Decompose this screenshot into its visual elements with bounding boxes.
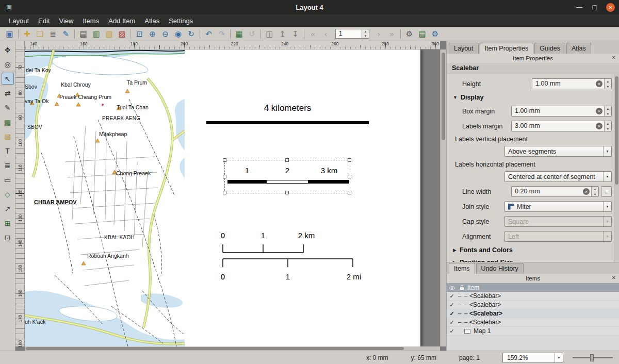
fonts-and-colors-section-header[interactable]: ▶Fonts and Colors <box>447 244 619 256</box>
scrollbar-thumb[interactable] <box>26 347 404 350</box>
selection-handle[interactable] <box>223 175 226 178</box>
visibility-checkbox[interactable]: ✓ <box>447 293 457 300</box>
new-layout-button[interactable]: ✚ <box>21 28 34 40</box>
duplicate-layout-button[interactable]: ❏ <box>34 28 46 40</box>
tab-atlas[interactable]: Atlas <box>566 43 591 54</box>
zoom-in-button[interactable]: ⊕ <box>146 28 159 40</box>
zoom-combobox[interactable]: 159.2% ▾ <box>502 353 563 363</box>
page-number-spinbox[interactable]: 1▴▾ <box>335 29 369 39</box>
selection-handle[interactable] <box>348 175 351 178</box>
scalebar-item-mi[interactable]: 012 mi <box>221 258 360 288</box>
lock-cell[interactable]: ‒ <box>457 301 462 308</box>
menu-item-settings[interactable]: Settings <box>164 15 198 26</box>
add-picture-tool-button[interactable]: ▧ <box>2 130 14 142</box>
labels-margin-spin-arrows[interactable]: ▴▾ <box>604 121 611 131</box>
menu-item-edit[interactable]: Edit <box>34 15 54 26</box>
height-clear-icon[interactable]: × <box>596 80 602 87</box>
labels-margin-clear-icon[interactable]: × <box>596 123 602 129</box>
visibility-checkbox[interactable]: ✓ <box>447 310 457 317</box>
layout-viewport[interactable]: dei Ta KoySbovKbal ChrouyTa PrumPreaek C… <box>25 49 440 346</box>
tab-item-properties[interactable]: Item Properties <box>480 43 534 54</box>
zoom-actual-button[interactable]: ◉ <box>172 28 185 40</box>
menu-item-layout[interactable]: Layout <box>4 15 34 26</box>
menu-item-add-item[interactable]: Add Item <box>104 15 140 26</box>
close-button[interactable]: ✕ <box>606 3 615 12</box>
spin-down-icon[interactable]: ▾ <box>362 34 369 39</box>
box-margin-spin-up-icon[interactable]: ▴ <box>605 106 611 111</box>
labels-vertical-placement-combo-dropdown[interactable]: Above segments▾ <box>504 146 612 157</box>
add-html-tool-button[interactable]: ⊡ <box>2 231 14 243</box>
height-spin-arrows[interactable]: ▴▾ <box>604 79 611 89</box>
position-and-size-section-header[interactable]: ▶Position and Size <box>447 256 619 262</box>
tab-items[interactable]: Items <box>449 263 475 274</box>
cap-style-dropdown[interactable]: Square▾ <box>504 216 612 227</box>
line-width-spinbox[interactable]: 0.20 mm×▴▾ <box>511 186 599 197</box>
lock-cell[interactable]: ‒ <box>457 310 462 317</box>
items-close-icon[interactable]: ✕ <box>612 275 616 280</box>
box-margin-spinbox[interactable]: 1.00 mm×▴▾ <box>511 106 612 117</box>
labels-margin-spin-up-icon[interactable]: ▴ <box>605 121 611 126</box>
zoom-slider[interactable] <box>573 353 613 363</box>
item-row[interactable]: ✓‒‒<Scalebar> <box>447 301 619 309</box>
add-map-tool-button[interactable]: ▦ <box>2 116 14 128</box>
add-label-tool-button[interactable]: T <box>2 145 14 157</box>
canvas-vertical-scrollbar[interactable] <box>440 49 446 346</box>
lower-items-button[interactable]: ↧ <box>289 28 302 40</box>
item-row[interactable]: ✓Map 1 <box>447 327 619 336</box>
canvas-horizontal-scrollbar[interactable] <box>25 346 440 351</box>
layout-manager-button[interactable]: ≣ <box>46 28 59 40</box>
export-image-button[interactable]: ▥ <box>90 28 103 40</box>
add-scalebar-tool-button[interactable]: ▭ <box>2 174 14 186</box>
selection-handle[interactable] <box>223 191 226 194</box>
edit-nodes-tool-button[interactable]: ✎ <box>2 102 14 113</box>
save-project-button[interactable]: ▣ <box>3 28 16 40</box>
maximize-button[interactable]: ▢ <box>591 4 599 11</box>
box-margin-spin-arrows[interactable]: ▴▾ <box>604 106 611 116</box>
zoom-full-button[interactable]: ⊡ <box>133 28 146 40</box>
item-row[interactable]: ✓‒‒<Scalebar> <box>447 309 619 318</box>
atlas-last-button[interactable]: » <box>385 28 398 40</box>
select-move-item-tool-button[interactable]: ↖ <box>2 73 14 85</box>
rename-layout-button[interactable]: ✎ <box>59 28 72 40</box>
line-width-spin-arrows[interactable]: ▴▾ <box>591 187 598 196</box>
join-style-dropdown[interactable]: Miter▾ <box>504 201 612 212</box>
group-items-button[interactable]: ◫ <box>263 28 276 40</box>
undo-button[interactable]: ↶ <box>202 28 215 40</box>
atlas-first-button[interactable]: « <box>306 28 319 40</box>
tab-layout[interactable]: Layout <box>449 43 479 54</box>
zoom-slider-handle[interactable] <box>590 354 594 361</box>
tab-guides[interactable]: Guides <box>534 43 565 54</box>
lock-cell[interactable]: ‒ <box>457 292 462 300</box>
spinbox-arrows[interactable]: ▴▾ <box>362 29 369 38</box>
menu-item-items[interactable]: Items <box>78 15 104 26</box>
zoom-out-button[interactable]: ⊖ <box>159 28 172 40</box>
scalebar-item-selected[interactable]: 123 km <box>224 160 350 193</box>
atlas-next-button[interactable]: › <box>372 28 385 40</box>
lock-cell[interactable]: ‒ <box>457 319 462 326</box>
minimize-button[interactable]: — <box>575 4 583 11</box>
scalebar-item-numeric[interactable]: 4 kilometers <box>206 103 369 124</box>
line-width-spin-down-icon[interactable]: ▾ <box>592 192 598 197</box>
visibility-checkbox[interactable]: ✓ <box>447 302 457 308</box>
refresh-view-button[interactable]: ↻ <box>185 28 198 40</box>
line-width-clear-icon[interactable]: × <box>583 188 590 195</box>
add-arrow-tool-button[interactable]: ↗ <box>2 203 14 214</box>
visibility-checkbox[interactable]: ✓ <box>447 319 457 326</box>
add-legend-tool-button[interactable]: ≣ <box>2 159 14 171</box>
labels-margin-spinbox[interactable]: 3.00 mm×▴▾ <box>511 121 612 131</box>
atlas-refresh-button[interactable]: ↺ <box>246 28 258 40</box>
menu-item-atlas[interactable]: Atlas <box>140 15 164 26</box>
visibility-checkbox[interactable]: ✓ <box>447 328 457 335</box>
spin-up-icon[interactable]: ▴ <box>362 29 369 34</box>
atlas-prev-button[interactable]: ‹ <box>319 28 332 40</box>
box-margin-clear-icon[interactable]: × <box>596 108 602 114</box>
labels-margin-spin-down-icon[interactable]: ▾ <box>605 126 611 131</box>
zoom-tool-button[interactable]: ◎ <box>2 58 14 70</box>
raise-items-button[interactable]: ↥ <box>276 28 289 40</box>
print-button[interactable]: ▤ <box>77 28 90 40</box>
properties-scrollbar[interactable] <box>614 74 619 262</box>
scrollbar-thumb[interactable] <box>442 53 445 140</box>
layout-options-button[interactable]: ⚙ <box>429 28 442 40</box>
panel-close-icon[interactable]: ✕ <box>612 55 616 60</box>
item-row[interactable]: ✓‒‒<Scalebar> <box>447 318 619 327</box>
